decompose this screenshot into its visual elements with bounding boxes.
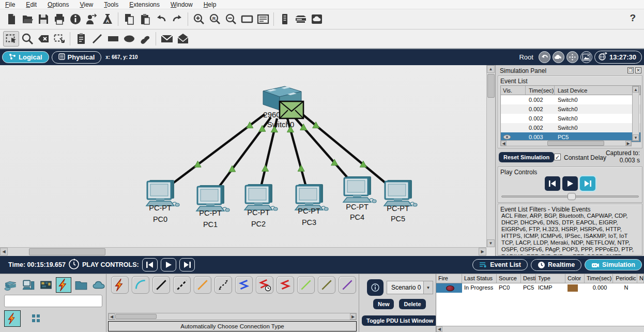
reset-simulation-button[interactable]: Reset Simulation bbox=[499, 152, 554, 162]
connection-octal[interactable] bbox=[297, 276, 315, 294]
info-icon[interactable] bbox=[67, 11, 83, 27]
subcategory-connection-grid-icon[interactable] bbox=[28, 310, 44, 327]
draw-rectangle-icon[interactable] bbox=[105, 31, 121, 47]
delete-scenario-button[interactable]: Delete bbox=[399, 299, 426, 309]
fire-cell[interactable] bbox=[436, 283, 462, 293]
connection-usb[interactable] bbox=[339, 276, 356, 294]
delete-icon[interactable] bbox=[35, 31, 51, 47]
connections-scrollbar[interactable]: ◀ ▶ bbox=[108, 313, 357, 320]
palette-dialog-icon[interactable] bbox=[239, 11, 255, 27]
scroll-left-arrow[interactable]: ◀ bbox=[0, 248, 8, 255]
draw-line-icon[interactable] bbox=[89, 31, 105, 47]
select-icon[interactable] bbox=[3, 31, 19, 47]
device-search-input[interactable] bbox=[4, 295, 102, 307]
pdu-row[interactable]: In Progress PC0 PC5 ICMP 0.000 N bbox=[436, 283, 644, 293]
copy-icon[interactable] bbox=[121, 11, 137, 27]
connection-serial-dce[interactable] bbox=[256, 276, 273, 294]
menu-window[interactable]: Window bbox=[170, 1, 198, 8]
category-components-icon[interactable] bbox=[38, 277, 54, 293]
float-panel-icon[interactable]: ❐ bbox=[627, 67, 634, 73]
zoom-reset-icon[interactable]: R bbox=[207, 11, 223, 27]
device-pc0[interactable] bbox=[146, 180, 179, 206]
zoom-out-icon[interactable] bbox=[223, 11, 239, 27]
simulation-clock[interactable]: 13:27:30 bbox=[594, 51, 642, 64]
draw-freeform-icon[interactable] bbox=[137, 31, 153, 47]
realtime-toggle-icon[interactable] bbox=[68, 258, 80, 272]
category-miscellaneous-icon[interactable] bbox=[73, 277, 89, 293]
tab-physical[interactable]: Physical bbox=[52, 51, 102, 64]
notes-panel-icon[interactable] bbox=[277, 11, 293, 27]
new-cluster-button[interactable] bbox=[553, 51, 564, 63]
cloud-services-icon[interactable] bbox=[309, 11, 325, 27]
scenario-dropdown[interactable]: Scenario 0 ▼ bbox=[387, 281, 433, 294]
event-list-table[interactable]: Vis.Time(sec)Last Device 0.002 Switch0 0… bbox=[500, 85, 641, 142]
statusbar-play-button[interactable] bbox=[161, 258, 176, 271]
zoom-in-icon[interactable] bbox=[191, 11, 207, 27]
scenario-info-button[interactable] bbox=[367, 279, 384, 296]
category-network-devices-icon[interactable] bbox=[3, 277, 19, 293]
connection-console[interactable] bbox=[132, 276, 149, 294]
connection-copper-cross-over[interactable] bbox=[173, 276, 191, 294]
device-rack-icon[interactable] bbox=[293, 11, 309, 27]
category-connections-icon[interactable] bbox=[56, 277, 71, 293]
statusbar-step-back-button[interactable] bbox=[142, 258, 158, 271]
connection-copper-straight-through[interactable] bbox=[152, 276, 170, 294]
canvas-horizontal-scrollbar[interactable]: ◀ ▶ bbox=[0, 247, 486, 256]
scroll-right-arrow[interactable]: ▶ bbox=[479, 248, 486, 255]
category-multiuser-icon[interactable] bbox=[91, 277, 106, 293]
connection-fiber[interactable] bbox=[194, 276, 211, 294]
menu-tools[interactable]: Tools bbox=[103, 1, 124, 8]
simulation-speed-slider[interactable] bbox=[501, 195, 639, 198]
activity-wizard-icon[interactable] bbox=[83, 11, 99, 27]
add-complex-pdu-icon[interactable] bbox=[175, 31, 191, 47]
set-background-button[interactable] bbox=[580, 51, 592, 63]
event-list-button[interactable]: Event List bbox=[472, 259, 528, 270]
event-list-hscroll[interactable]: ◀ ▶ bbox=[500, 140, 632, 146]
play-button[interactable] bbox=[562, 176, 578, 191]
place-note-icon[interactable] bbox=[73, 31, 89, 47]
save-icon[interactable] bbox=[35, 11, 51, 27]
connection-serial-dte[interactable] bbox=[277, 276, 294, 294]
open-file-icon[interactable] bbox=[19, 11, 35, 27]
connection-auto[interactable] bbox=[111, 276, 129, 294]
menu-extensions[interactable]: Extensions bbox=[128, 1, 165, 8]
logical-workspace[interactable]: 2960-24TT Switch0 bbox=[0, 65, 495, 256]
device-pc2[interactable] bbox=[244, 184, 278, 210]
statusbar-step-forward-button[interactable] bbox=[179, 258, 195, 271]
menu-help[interactable]: Help bbox=[203, 1, 222, 8]
toggle-pdu-list-button[interactable]: Toggle PDU List Window bbox=[362, 315, 438, 326]
undo-icon[interactable] bbox=[153, 11, 169, 27]
step-back-button[interactable] bbox=[545, 176, 560, 191]
canvas-vertical-scrollbar[interactable]: ▲ ▼ bbox=[486, 65, 495, 247]
event-row[interactable]: 0.002 Switch0 bbox=[501, 95, 640, 104]
connection-phone[interactable] bbox=[214, 276, 232, 294]
scroll-up-arrow[interactable]: ▲ bbox=[487, 65, 495, 73]
simulation-mode-button[interactable]: Simulation bbox=[585, 259, 642, 270]
inspect-icon[interactable] bbox=[19, 31, 35, 47]
close-panel-icon[interactable]: ✕ bbox=[635, 67, 641, 73]
network-analyzer-icon[interactable]: A bbox=[99, 11, 115, 27]
tab-logical[interactable]: Logical bbox=[2, 51, 49, 63]
menu-file[interactable]: File bbox=[4, 1, 21, 8]
new-scenario-button[interactable]: New bbox=[373, 299, 394, 309]
subcategory-connections-icon[interactable] bbox=[4, 310, 21, 327]
menu-options[interactable]: Options bbox=[47, 1, 74, 8]
category-end-devices-icon[interactable] bbox=[21, 277, 36, 293]
canvas-vscroll-thumb[interactable] bbox=[487, 74, 495, 98]
help-icon[interactable]: ? bbox=[630, 12, 636, 24]
event-row[interactable]: 0.002 Switch0 bbox=[501, 104, 640, 114]
dropdown-arrow-icon[interactable]: ▼ bbox=[423, 281, 433, 294]
custom-devices-dialog-icon[interactable] bbox=[255, 11, 271, 27]
event-list-vscroll[interactable]: ▲ ▼ bbox=[632, 86, 639, 141]
device-pc4[interactable] bbox=[343, 176, 376, 203]
draw-ellipse-icon[interactable] bbox=[121, 31, 137, 47]
device-pc1[interactable] bbox=[196, 185, 229, 212]
add-simple-pdu-icon[interactable] bbox=[159, 31, 175, 47]
new-file-icon[interactable] bbox=[3, 11, 19, 27]
move-object-button[interactable] bbox=[566, 51, 578, 63]
step-forward-button[interactable] bbox=[580, 176, 595, 191]
pdu-list-scrollbar[interactable]: ◀ bbox=[436, 326, 644, 332]
redo-icon[interactable] bbox=[169, 11, 185, 27]
scroll-down-arrow[interactable]: ▼ bbox=[487, 239, 495, 247]
realtime-mode-button[interactable]: Realtime bbox=[531, 259, 581, 271]
